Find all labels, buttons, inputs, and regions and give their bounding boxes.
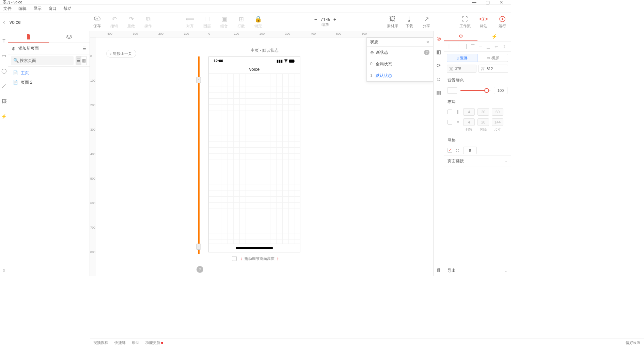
align-button[interactable]: ⟸ 对齐 — [182, 15, 199, 29]
menu-help[interactable]: 帮助 — [60, 6, 75, 12]
align-bottom-icon[interactable]: ▁ — [487, 44, 490, 49]
grid-checkbox[interactable] — [447, 148, 452, 153]
dist-v-icon[interactable]: ⇕ — [503, 44, 506, 49]
menu-window[interactable]: 窗口 — [45, 6, 60, 12]
view-list[interactable]: ☰ — [76, 56, 81, 65]
view-grid[interactable]: ▦ — [81, 56, 87, 65]
align-vcenter-icon[interactable]: ─ — [479, 44, 482, 49]
ungroup-button[interactable]: ⊞ 打散 — [233, 15, 250, 29]
canvas-stage[interactable]: ○ 链接上一页 主页 - 默认状态 71% ⋮ ⋮ 12:00 ▮▮▮ — [96, 37, 433, 276]
window-close[interactable]: ✕ — [494, 0, 508, 5]
device-canvas[interactable] — [209, 74, 300, 244]
workflow-button[interactable]: ⛶ 工作流 — [456, 15, 473, 29]
window-maximize[interactable]: ▢ — [481, 0, 494, 5]
props-tab-actions[interactable]: ⚡ — [477, 31, 511, 41]
zoom-in[interactable]: + — [333, 17, 336, 22]
pages-tab-layers[interactable] — [49, 31, 90, 43]
orientation-portrait[interactable]: ▯ 竖屏 — [447, 54, 478, 62]
smiley-tool[interactable]: ☺ — [436, 76, 441, 82]
rows-checkbox[interactable] — [447, 120, 452, 125]
operate-button[interactable]: ⧉ 操作 — [140, 15, 157, 29]
dist-h-icon[interactable]: ⇔ — [494, 44, 498, 49]
layout-section-title: 布局 — [444, 96, 511, 107]
group-button[interactable]: ▣ 组合 — [216, 15, 233, 29]
device-frame[interactable]: 12:00 ▮▮▮ voice — [208, 56, 300, 252]
page-item-page2[interactable]: 📄 页面 2 — [8, 78, 90, 87]
menu-view[interactable]: 显示 — [30, 6, 45, 12]
zoom-value[interactable]: 71% — [320, 17, 330, 22]
tool-component[interactable]: ⚡ — [1, 114, 7, 119]
opacity-slider[interactable] — [460, 90, 490, 91]
tool-image[interactable]: 🖼 — [2, 99, 6, 104]
cols-size[interactable]: 69 — [492, 108, 503, 116]
assets-button[interactable]: 🖼 素材库 — [384, 15, 401, 29]
pages-settings-icon[interactable]: ☰ — [82, 46, 86, 51]
auto-height-checkbox[interactable] — [232, 256, 237, 261]
gear-icon: ⚙ — [459, 33, 463, 39]
add-page-button[interactable]: ⊕ 添加新页面 ☰ — [8, 43, 90, 54]
help-button[interactable]: ? — [197, 266, 203, 273]
tool-line[interactable]: ／ — [2, 83, 6, 89]
bg-color-swatch[interactable] — [447, 87, 457, 94]
tool-text[interactable]: T — [2, 38, 5, 44]
window-minimize[interactable]: — — [467, 0, 481, 5]
grid-size[interactable]: 9 — [463, 147, 477, 154]
link-previous-page[interactable]: ○ 链接上一页 — [106, 50, 136, 57]
height-handle-bottom[interactable]: ⋮ — [196, 244, 201, 250]
align-top-icon[interactable]: ▔ — [471, 44, 474, 49]
refresh-tool[interactable]: ⟳ — [437, 63, 441, 69]
opacity-value[interactable]: 100 — [494, 87, 507, 94]
rows-gap[interactable]: 20 — [477, 118, 489, 126]
menu-edit[interactable]: 编辑 — [15, 6, 30, 12]
pages-search-input[interactable] — [11, 56, 74, 65]
align-left-icon[interactable]: ▏ — [449, 44, 452, 49]
target-tool[interactable]: ◎ — [437, 35, 441, 42]
menu-file[interactable]: 文件 — [0, 6, 15, 12]
align-right-icon[interactable]: ▕ — [464, 44, 467, 49]
redo-button[interactable]: ↷ 重做 — [123, 15, 140, 29]
page-item-home[interactable]: 📄 主页 — [8, 68, 90, 78]
download-button[interactable]: ⭳ 下载 — [401, 15, 418, 29]
height-handle-top[interactable]: ⋮ — [196, 77, 201, 83]
zoom-out[interactable]: − — [314, 17, 317, 22]
ruler-vertical[interactable]: 0 100 200 300 400 500 600 700 800 — [90, 37, 96, 276]
project-name[interactable]: voice — [8, 19, 89, 25]
rows-count[interactable]: 4 — [463, 118, 475, 126]
new-state-button[interactable]: ⊕ 新状态 ? — [367, 47, 433, 58]
tool-rect[interactable]: ▭ — [2, 53, 6, 59]
export-button[interactable]: 导出 ⌄ — [444, 265, 511, 276]
state-default[interactable]: 1 默认状态 — [367, 70, 433, 81]
rows-size[interactable]: 144 — [492, 118, 503, 126]
run-button[interactable]: 运行 — [494, 15, 511, 29]
layer-button[interactable]: ☐ 图层 — [199, 15, 216, 29]
save-button[interactable]: 保存 — [89, 15, 106, 29]
drag-height-hint[interactable]: ↓ 拖动调节页面高度 ↑ — [208, 256, 302, 261]
back-button[interactable]: ‹ — [0, 19, 8, 25]
share-button[interactable]: ↗ 分享 — [418, 15, 435, 29]
tool-oval[interactable]: ◯ — [1, 68, 7, 73]
trash-button[interactable]: 🗑 — [436, 267, 441, 273]
help-icon[interactable]: ? — [424, 50, 429, 55]
state-global[interactable]: 0 全局状态 — [367, 58, 433, 70]
align-icon: ⟸ — [186, 15, 194, 23]
annotate-button[interactable]: </> 标注 — [473, 15, 494, 29]
cols-gap[interactable]: 20 — [477, 108, 489, 116]
align-hcenter-icon[interactable]: ┆ — [457, 44, 459, 49]
lock-button[interactable]: 🔒 锁定 — [250, 15, 267, 29]
ruler-horizontal[interactable]: -400 -300 -200 -100 0 100 200 300 400 50… — [96, 31, 433, 37]
cols-checkbox[interactable] — [447, 110, 452, 114]
collapse-left[interactable]: « — [3, 267, 5, 273]
bg-section-title: 背景颜色 — [444, 74, 511, 85]
states-title: 状态 — [370, 39, 378, 45]
orientation-landscape[interactable]: ▭ 横屏 — [478, 54, 508, 62]
undo-button[interactable]: ↶ 撤销 — [106, 15, 123, 29]
grid-tool[interactable]: ▦ — [436, 89, 441, 96]
page-link-row[interactable]: 页面链接 ⌄ — [444, 155, 511, 166]
pages-tab-pages[interactable] — [8, 31, 49, 43]
states-panel: 状态 ✕ ⊕ 新状态 ? 0 全局状态 1 默认状态 — [366, 37, 433, 82]
props-tab-settings[interactable]: ⚙ — [444, 31, 477, 41]
states-close[interactable]: ✕ — [426, 40, 429, 45]
cols-count[interactable]: 4 — [463, 108, 475, 116]
height-field[interactable]: 高 812 — [478, 65, 508, 73]
cube-tool[interactable]: ◧ — [436, 49, 441, 55]
